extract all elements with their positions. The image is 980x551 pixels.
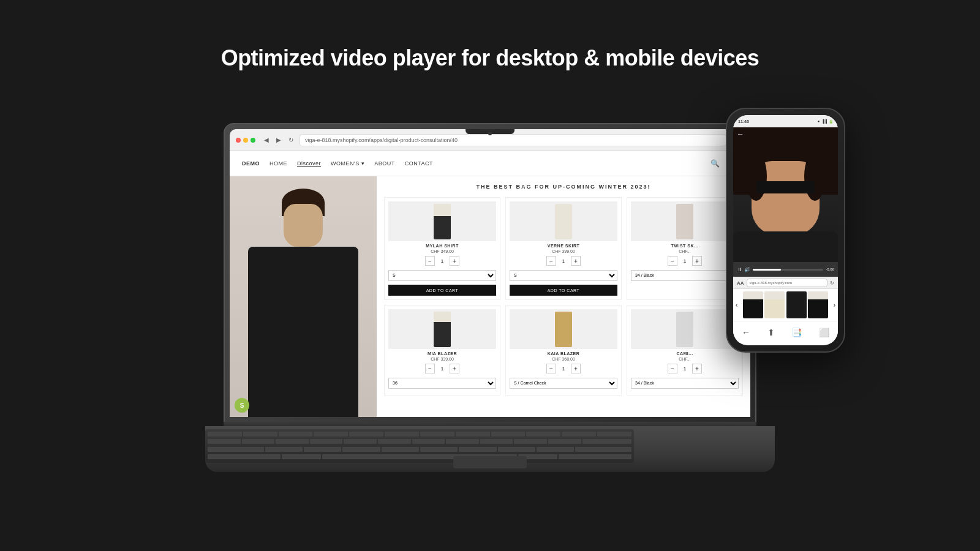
search-icon[interactable]: 🔍 <box>710 159 720 168</box>
phone-refresh-icon[interactable]: ↻ <box>830 280 834 286</box>
phone-screen: 11:46 ●▐▐🔋 ← <box>733 115 838 345</box>
product-card-4: MIA BLAZER CHF 339.00 − 1 + 36 <box>384 305 500 395</box>
qty-minus-4[interactable]: − <box>425 364 435 373</box>
browser-maximize-btn[interactable] <box>251 138 255 143</box>
product-price-1: CHF 349.00 <box>388 249 496 253</box>
add-to-cart-2[interactable]: ADD TO CART <box>510 285 617 296</box>
nav-about[interactable]: ABOUT <box>374 160 395 167</box>
video-time: -0:08 <box>826 268 834 271</box>
browser-close-btn[interactable] <box>236 138 241 143</box>
phone-bottom-nav: ← ⬆ 📑 ⬜ <box>733 321 838 343</box>
phone-nav-back-icon[interactable]: ← <box>742 328 750 337</box>
qty-plus-1[interactable]: + <box>450 256 459 266</box>
product-name-3: TWIST SK... <box>631 244 739 248</box>
browser-nav: ◀ ▶ ↻ <box>262 135 296 145</box>
qty-plus-5[interactable]: + <box>571 364 581 373</box>
size-select-5[interactable]: S / Camel Check <box>510 378 617 389</box>
thumbnail-4[interactable] <box>808 291 828 318</box>
size-select-6[interactable]: 34 / Black <box>631 378 739 389</box>
prev-thumbnail-btn[interactable]: ‹ <box>736 302 737 309</box>
product-price-2: CHF 399.00 <box>510 249 617 253</box>
product-price-6: CHF... <box>631 357 739 361</box>
qty-controls-6: − 1 + <box>631 364 739 373</box>
site-main: S THE BEST BAG FOR UP-COMING WINTER 2023… <box>230 176 750 417</box>
model-image: S <box>230 176 377 417</box>
product-card-5: KAIA BLAZER CHF 368.00 − 1 + S / Camel C… <box>505 305 622 395</box>
qty-value-5: 1 <box>559 366 568 372</box>
thumbnail-1[interactable] <box>743 291 763 318</box>
qty-plus-6[interactable]: + <box>692 364 702 373</box>
browser-back-btn[interactable]: ◀ <box>262 135 271 145</box>
nav-demo[interactable]: DEMO <box>242 160 260 167</box>
devices-container: ◀ ▶ ↻ viga-e-818.myshopify.com/apps/digi… <box>184 89 796 506</box>
qty-plus-4[interactable]: + <box>450 364 459 373</box>
bag-heading: THE BEST BAG FOR UP-COMING WINTER 2023! <box>384 184 743 190</box>
qty-plus-3[interactable]: + <box>692 256 702 266</box>
qty-controls-4: − 1 + <box>388 364 496 373</box>
video-progress-fill <box>753 269 781 271</box>
product-card-1: MYLAH SHIRT CHF 349.00 − 1 + S <box>384 197 500 300</box>
phone-nav-bookmarks-icon[interactable]: 📑 <box>791 328 802 337</box>
laptop-screen-outer: ◀ ▶ ↻ viga-e-818.myshopify.com/apps/digi… <box>224 123 756 423</box>
qty-minus-6[interactable]: − <box>668 364 677 373</box>
shopify-badge: S <box>235 398 249 413</box>
size-select-3[interactable]: 34 / Black <box>631 270 739 281</box>
phone-url-text: viga-e-818.myshopify.com <box>750 281 793 285</box>
thumbnail-3[interactable] <box>786 291 807 318</box>
qty-value-1: 1 <box>437 258 447 264</box>
phone-video-area: ← <box>733 127 838 262</box>
qty-controls-5: − 1 + <box>510 364 617 373</box>
qty-minus-2[interactable]: − <box>546 256 556 266</box>
product-name-5: KAIA BLAZER <box>510 351 617 356</box>
product-price-5: CHF 368.00 <box>510 357 617 361</box>
site-right-panel: THE BEST BAG FOR UP-COMING WINTER 2023! … <box>377 176 750 417</box>
trackpad[interactable] <box>453 456 527 468</box>
qty-value-2: 1 <box>559 258 568 264</box>
qty-controls-2: − 1 + <box>510 256 617 266</box>
add-to-cart-1[interactable]: ADD TO CART <box>388 285 496 296</box>
laptop: ◀ ▶ ↻ viga-e-818.myshopify.com/apps/digi… <box>224 123 756 472</box>
qty-plus-2[interactable]: + <box>571 256 581 266</box>
laptop-base <box>205 426 775 472</box>
nav-home[interactable]: HOME <box>270 160 287 167</box>
size-select-4[interactable]: 36 <box>388 378 496 389</box>
product-image-5 <box>510 309 617 349</box>
site-nav: DEMO HOME Discover WOMEN'S ▾ ABOUT CONTA… <box>230 151 750 176</box>
laptop-keyboard <box>205 429 634 463</box>
video-progress-bar[interactable] <box>753 269 823 271</box>
qty-value-6: 1 <box>680 366 690 372</box>
qty-value-4: 1 <box>437 366 447 372</box>
phone-back-btn[interactable]: ← <box>737 130 744 138</box>
speaker-icon[interactable]: 🔊 <box>744 267 750 272</box>
size-select-1[interactable]: S <box>388 270 496 281</box>
browser-forward-btn[interactable]: ▶ <box>274 135 284 145</box>
qty-minus-5[interactable]: − <box>546 364 556 373</box>
nav-discover[interactable]: Discover <box>297 160 321 167</box>
phone-video-content <box>733 127 838 262</box>
browser-dots <box>236 138 255 143</box>
thumbnail-2[interactable] <box>764 291 785 318</box>
products-grid-row2: MIA BLAZER CHF 339.00 − 1 + 36 <box>384 305 743 395</box>
phone-nav-tabs-icon[interactable]: ⬜ <box>819 328 829 337</box>
product-name-1: MYLAH SHIRT <box>388 244 496 248</box>
qty-minus-1[interactable]: − <box>425 256 435 266</box>
phone-nav-share-icon[interactable]: ⬆ <box>767 328 775 337</box>
browser-refresh-btn[interactable]: ↻ <box>286 135 296 145</box>
nav-contact[interactable]: CONTACT <box>405 160 433 167</box>
play-pause-icon[interactable]: ⏸ <box>737 267 742 272</box>
site-left-panel: S <box>230 176 377 417</box>
phone-browser-bar: AA viga-e-818.myshopify.com ↻ <box>733 277 838 289</box>
product-name-4: MIA BLAZER <box>388 351 496 356</box>
size-select-2[interactable]: S <box>510 270 617 281</box>
qty-controls-3: − 1 + <box>631 256 739 266</box>
browser-minimize-btn[interactable] <box>243 138 248 143</box>
phone-url-bar[interactable]: viga-e-818.myshopify.com <box>747 279 827 287</box>
nav-womens[interactable]: WOMEN'S ▾ <box>331 160 364 167</box>
next-thumbnail-btn[interactable]: › <box>834 302 835 309</box>
product-image-3 <box>631 201 739 241</box>
product-price-4: CHF 339.00 <box>388 357 496 361</box>
browser-url-text: viga-e-818.myshopify.com/apps/digital-pr… <box>305 137 458 143</box>
browser-url-bar[interactable]: viga-e-818.myshopify.com/apps/digital-pr… <box>300 134 726 146</box>
qty-minus-3[interactable]: − <box>668 256 677 266</box>
thumbnails-row: ‹ › <box>733 289 838 321</box>
